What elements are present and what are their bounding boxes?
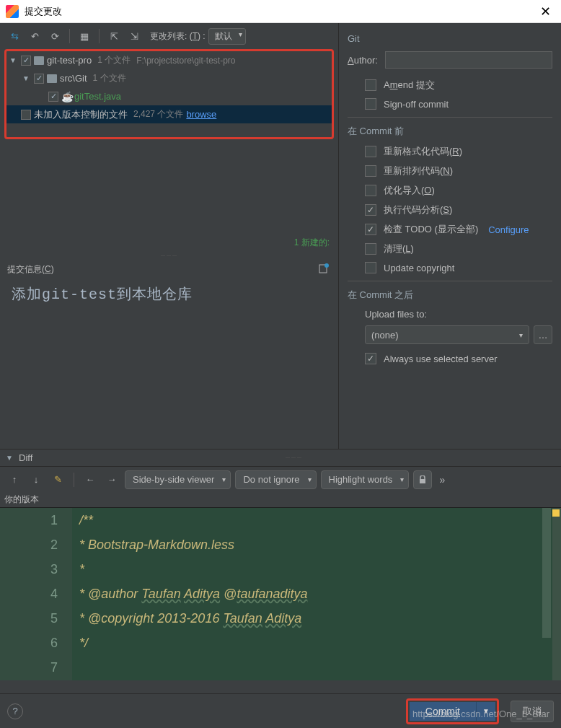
svg-rect-2 [420, 479, 425, 483]
changes-tree: ▼ git-test-pro 1 个文件 F:\projectstore\git… [6, 51, 332, 123]
analyze-row[interactable]: 执行代码分析(S) [348, 203, 552, 216]
more-icon[interactable]: » [436, 474, 448, 486]
after-commit-title: 在 Commit 之后 [348, 289, 552, 302]
app-icon [6, 5, 19, 18]
changelist-select[interactable]: 默认 [208, 28, 246, 45]
checkbox[interactable] [365, 353, 376, 364]
svg-point-1 [324, 263, 329, 268]
warning-marker[interactable] [552, 509, 560, 517]
checkbox[interactable] [365, 262, 376, 273]
diff-toolbar: ↑ ↓ ✎ ← → Side-by-side viewer Do not ign… [0, 466, 561, 492]
ignore-select[interactable]: Do not ignore [235, 470, 316, 489]
always-server-row[interactable]: Always use selected server [348, 353, 552, 364]
checkbox[interactable] [365, 204, 376, 216]
checkbox[interactable] [21, 110, 31, 120]
resize-grip[interactable]: ┄┄┄ [0, 252, 338, 260]
dialog-footer: ? Commit ▼ 取消 [0, 693, 561, 728]
optimize-row[interactable]: 优化导入(O) [348, 184, 552, 197]
copyright-row[interactable]: Update copyright [348, 262, 552, 273]
amend-checkbox-row[interactable]: Amend 提交 [348, 79, 552, 92]
signoff-checkbox-row[interactable]: Sign-off commit [348, 98, 552, 110]
back-icon[interactable]: ← [81, 471, 99, 488]
chevron-down-icon[interactable]: ▼ [6, 454, 14, 462]
changelist-label: 更改列表: (T) : [150, 30, 206, 43]
tree-row-root[interactable]: ▼ git-test-pro 1 个文件 F:\projectstore\git… [6, 51, 332, 69]
status-new-count: 1 新建的: [0, 234, 338, 252]
checkbox[interactable] [365, 98, 376, 110]
commit-dropdown[interactable]: ▼ [477, 702, 495, 721]
window-title: 提交更改 [25, 5, 536, 18]
checkbox[interactable] [21, 56, 31, 66]
folder-icon [34, 56, 44, 65]
configure-link[interactable]: Configure [488, 224, 529, 235]
before-commit-title: 在 Commit 前 [348, 125, 552, 138]
titlebar: 提交更改 ✕ [0, 0, 561, 23]
rearrange-row[interactable]: 重新排列代码(N) [348, 165, 552, 177]
todo-row[interactable]: 检查 TODO (显示全部) Configure [348, 223, 552, 236]
commit-button[interactable]: Commit [410, 702, 477, 721]
checkbox[interactable] [365, 243, 376, 255]
code-content[interactable]: /** * Bootstrap-Markdown.less * * @autho… [72, 508, 561, 680]
prev-diff-icon[interactable]: ↑ [6, 471, 23, 488]
lock-icon[interactable] [413, 470, 432, 489]
viewer-mode-select[interactable]: Side-by-side viewer [125, 470, 231, 489]
refresh-icon[interactable]: ⟳ [46, 27, 63, 45]
tree-row-file[interactable]: ☕ gitTest.java [6, 87, 332, 105]
group-icon[interactable]: ▦ [76, 27, 93, 45]
chevron-down-icon[interactable]: ▼ [9, 56, 18, 64]
author-input[interactable] [385, 51, 552, 69]
commit-message-input[interactable]: 添加git-test到本地仓库 [4, 279, 334, 444]
browse-link[interactable]: browse [186, 109, 216, 120]
checkbox[interactable] [365, 185, 376, 196]
scrollbar-thumb[interactable] [542, 508, 551, 638]
help-icon[interactable]: ? [7, 703, 23, 719]
upload-server-select[interactable]: (none) [365, 325, 529, 344]
close-icon[interactable]: ✕ [536, 4, 555, 19]
checkbox[interactable] [48, 92, 58, 102]
upload-label: Upload files to: [365, 309, 552, 320]
resize-grip[interactable]: ┄┄┄ [286, 454, 303, 462]
chevron-down-icon[interactable]: ▼ [22, 74, 31, 82]
browse-server-button[interactable]: … [534, 325, 552, 344]
diff-section-header[interactable]: ▼ Diff ┄┄┄ [0, 449, 561, 466]
checkbox[interactable] [365, 224, 376, 235]
highlight-select[interactable]: Highlight words [321, 470, 410, 489]
cancel-button[interactable]: 取消 [511, 701, 554, 722]
git-section-title: Git [348, 33, 552, 44]
line-gutter: 1 2 3 4 5 6 7 [0, 508, 72, 680]
expand-icon[interactable]: ⇱ [105, 27, 123, 45]
reformat-row[interactable]: 重新格式化代码(R) [348, 145, 552, 158]
cleanup-row[interactable]: 清理(L) [348, 242, 552, 255]
diff-icon[interactable]: ⇆ [6, 27, 23, 45]
checkbox[interactable] [365, 146, 376, 157]
revert-icon[interactable]: ↶ [26, 27, 43, 45]
folder-icon [47, 74, 57, 83]
checkbox[interactable] [34, 74, 44, 84]
tree-row-unversioned[interactable]: 未加入版本控制的文件 2,427 个文件 browse [6, 105, 332, 123]
checkbox[interactable] [365, 165, 376, 177]
your-version-label: 你的版本 [0, 492, 561, 507]
diff-editor[interactable]: 1 2 3 4 5 6 7 /** * Bootstrap-Markdown.l… [0, 507, 561, 680]
java-file-icon: ☕ [61, 91, 71, 102]
author-label: Author: [348, 55, 378, 66]
edit-icon[interactable]: ✎ [49, 471, 66, 488]
checkbox[interactable] [365, 79, 376, 91]
history-icon[interactable] [318, 263, 331, 276]
commit-message-header: 提交信息(C) [0, 260, 338, 279]
tree-row-folder[interactable]: ▼ src\Git 1 个文件 [6, 69, 332, 87]
collapse-icon[interactable]: ⇲ [125, 27, 143, 45]
scroll-indicator[interactable] [552, 508, 561, 680]
next-diff-icon[interactable]: ↓ [27, 471, 45, 488]
changes-toolbar: ⇆ ↶ ⟳ ▦ ⇱ ⇲ 更改列表: (T) : 默认 [0, 23, 338, 49]
forward-icon[interactable]: → [103, 471, 120, 488]
